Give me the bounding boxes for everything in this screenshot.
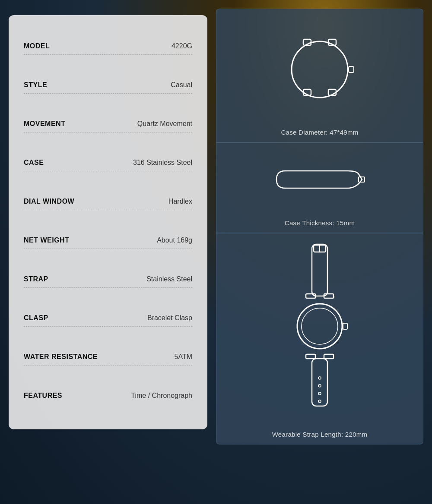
case-thickness-svg bbox=[216, 143, 423, 216]
svg-rect-10 bbox=[306, 294, 315, 298]
svg-point-12 bbox=[297, 304, 342, 349]
svg-rect-14 bbox=[343, 323, 347, 329]
svg-point-0 bbox=[292, 41, 348, 98]
spec-value-8: 5ATM bbox=[175, 353, 192, 361]
strap-length-box: Wearable Strap Length: 220mm bbox=[216, 233, 423, 444]
case-diameter-svg bbox=[216, 9, 423, 125]
spec-divider-1 bbox=[24, 93, 192, 94]
spec-divider-7 bbox=[24, 326, 192, 327]
spec-value-9: Time / Chronograph bbox=[131, 392, 192, 400]
spec-row-case: CASE316 Stainless Steel bbox=[24, 154, 192, 175]
spec-label-9: FEATURES bbox=[24, 392, 62, 400]
spec-value-2: Quartz Movement bbox=[137, 120, 192, 128]
strap-length-label: Wearable Strap Length: 220mm bbox=[272, 427, 368, 440]
spec-divider-0 bbox=[24, 54, 192, 55]
spec-label-7: CLASP bbox=[24, 314, 48, 322]
spec-value-0: 4220G bbox=[172, 42, 192, 50]
spec-rows-container: MODEL4220GSTYLECasualMOVEMENTQuartz Move… bbox=[24, 28, 192, 416]
spec-label-2: MOVEMENT bbox=[24, 120, 65, 128]
spec-row-model: MODEL4220G bbox=[24, 37, 192, 58]
svg-point-13 bbox=[302, 308, 338, 344]
spec-divider-2 bbox=[24, 132, 192, 132]
svg-rect-11 bbox=[324, 294, 334, 298]
svg-point-19 bbox=[318, 384, 321, 387]
spec-divider-5 bbox=[24, 249, 192, 249]
case-thickness-box: Case Thickness: 15mm bbox=[216, 142, 423, 233]
spec-value-1: Casual bbox=[171, 81, 192, 89]
spec-divider-8 bbox=[24, 365, 192, 365]
spec-row-dial-window: DIAL WINDOWHardlex bbox=[24, 192, 192, 214]
spec-divider-4 bbox=[24, 210, 192, 210]
spec-label-1: STYLE bbox=[24, 81, 47, 89]
spec-divider-3 bbox=[24, 171, 192, 171]
spec-row-water-resistance: WATER RESISTANCE5ATM bbox=[24, 348, 192, 369]
spec-row-style: STYLECasual bbox=[24, 76, 192, 97]
spec-row-movement: MOVEMENTQuartz Movement bbox=[24, 115, 192, 136]
spec-label-0: MODEL bbox=[24, 42, 50, 50]
spec-row-features: FEATURESTime / Chronograph bbox=[24, 387, 192, 407]
specs-card: MODEL4220GSTYLECasualMOVEMENTQuartz Move… bbox=[9, 15, 207, 429]
svg-point-21 bbox=[318, 400, 321, 403]
spec-value-7: Bracelet Clasp bbox=[147, 314, 192, 322]
svg-rect-5 bbox=[349, 66, 354, 72]
spec-label-4: DIAL WINDOW bbox=[24, 198, 74, 205]
case-diameter-box: Case Diameter: 47*49mm bbox=[216, 9, 423, 142]
strap-length-svg bbox=[216, 233, 423, 427]
case-diameter-label: Case Diameter: 47*49mm bbox=[281, 125, 358, 138]
svg-rect-15 bbox=[306, 354, 315, 359]
spec-divider-6 bbox=[24, 287, 192, 288]
spec-value-5: About 169g bbox=[157, 236, 192, 244]
diagrams-panel: Case Diameter: 47*49mm Case Thickness: 1… bbox=[216, 9, 423, 495]
spec-value-3: 316 Stainless Steel bbox=[133, 159, 192, 167]
spec-label-5: NET WEIGHT bbox=[24, 236, 69, 244]
spec-label-8: WATER RESISTANCE bbox=[24, 353, 98, 361]
spec-label-6: STRAP bbox=[24, 275, 48, 283]
svg-point-18 bbox=[318, 377, 321, 379]
svg-point-20 bbox=[318, 392, 321, 395]
case-thickness-label: Case Thickness: 15mm bbox=[285, 216, 355, 228]
spec-value-4: Hardlex bbox=[168, 198, 192, 205]
spec-row-net-weight: NET WEIGHTAbout 169g bbox=[24, 231, 192, 252]
spec-row-clasp: CLASPBracelet Clasp bbox=[24, 309, 192, 330]
svg-rect-16 bbox=[324, 354, 334, 359]
spec-label-3: CASE bbox=[24, 159, 44, 167]
spec-row-strap: STRAPStainless Steel bbox=[24, 270, 192, 291]
svg-rect-17 bbox=[312, 359, 327, 406]
spec-value-6: Stainless Steel bbox=[146, 275, 192, 283]
content-wrapper: MODEL4220GSTYLECasualMOVEMENTQuartz Move… bbox=[0, 0, 432, 504]
